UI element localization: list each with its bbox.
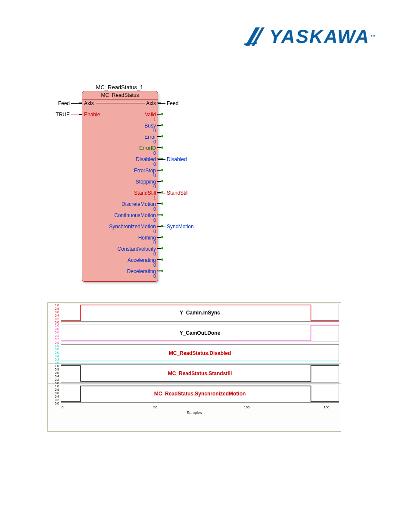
fb-row-homing: Homing0 [82, 234, 158, 245]
ext-text: SyncMotion [167, 224, 194, 230]
fb-ext-synchronizedmotion: SyncMotion [158, 224, 194, 230]
scope-xaxis: 0 50 100 150 Samples [48, 404, 341, 416]
yaskawa-logo-icon [244, 26, 265, 47]
fb-output-label: ContinuousMotion [114, 212, 156, 218]
fb-row-decelerating: Decelerating0 [82, 268, 158, 279]
pin-icon [157, 181, 161, 182]
trademark-symbol: ™ [371, 34, 377, 40]
page: YASKAWA ™ MC_ReadStatus_1 MC_ReadStatus … [0, 0, 411, 532]
fb-input-axis-label: Axis [84, 100, 94, 106]
ytick: 0.8 [55, 348, 59, 351]
fb-ext-feed-right: Feed [158, 100, 178, 106]
ytick: 1.0 [55, 344, 59, 347]
fb-row-error: Error0 [82, 133, 158, 144]
axis-inner-line [96, 103, 145, 103]
true-text: TRUE [56, 112, 70, 118]
fb-output-axis-label: Axis [146, 100, 156, 106]
ytick: 0.6 [55, 331, 59, 334]
ytick: 0.6 [55, 311, 59, 314]
fb-output-value: 0 [153, 274, 156, 279]
scope-yaxis: 1.00.80.60.40.20.0 [48, 364, 60, 383]
ytick: 0.2 [55, 317, 59, 320]
fb-output-value: 0 [153, 184, 156, 189]
xtick: 100 [244, 405, 249, 409]
pin-icon [157, 271, 161, 271]
xtick: 0 [62, 405, 63, 409]
fb-row-errorstop: ErrorStop0 [82, 167, 158, 178]
ytick: 0.4 [55, 314, 59, 317]
ytick: 0.2 [55, 378, 59, 381]
pin-icon [157, 248, 161, 249]
ytick: 0.8 [55, 327, 59, 330]
fb-row-stopping: Stopping0 [82, 178, 158, 189]
scope-trace-3: 1.00.80.60.40.20.0MC_ReadStatus.Standsti… [48, 364, 341, 384]
scope-xlabel: Samples [187, 411, 202, 415]
fb-output-value: 0 [153, 128, 156, 133]
pin-icon [157, 215, 161, 215]
fb-output-value: 0 [153, 162, 156, 167]
fb-ext-feed-left: Feed [58, 100, 82, 106]
scope-trace-1: 1.00.80.60.40.20.0Y_CamOut.Done [48, 323, 341, 343]
fb-output-label: StandStill [134, 190, 156, 196]
scope-trace-2: 1.00.80.60.40.20.0MC_ReadStatus.Disabled [48, 343, 341, 364]
fb-row-accelerating: Accelerating0 [82, 256, 158, 268]
pin-icon [157, 147, 161, 148]
fb-block: MC_ReadStatus Axis Axis Feed Feed Enable [82, 91, 158, 282]
ytick: 0.4 [55, 355, 59, 358]
ytick: 1.0 [55, 385, 59, 388]
fb-ext-true: TRUE [56, 112, 82, 118]
fb-row-constantvelocity: ConstantVelocity0 [82, 245, 158, 256]
fb-output-label: DiscreteMotion [121, 201, 156, 207]
ext-text: Disabled [167, 156, 187, 162]
scope-trace-0: 1.00.80.60.40.20.0Y_CamIn.InSync [48, 303, 341, 323]
fb-output-value: 0 [153, 251, 156, 256]
scope-trace-4: 1.00.80.60.40.20.0MC_ReadStatus.Synchron… [48, 384, 341, 404]
fb-row-axis: Axis Axis Feed Feed [82, 100, 158, 111]
fb-output-valid-value: 1 [153, 117, 156, 122]
xtick: 50 [153, 405, 157, 409]
fb-output-value: 0 [153, 240, 156, 245]
feed-right-text: Feed [167, 100, 178, 106]
fb-output-value: 0 [153, 173, 156, 178]
fb-output-label: ConstantVelocity [118, 246, 156, 252]
scope-plot: MC_ReadStatus.SynchronizedMotion [61, 385, 339, 403]
scope-trace-title: Y_CamOut.Done [180, 330, 221, 336]
feed-left-text: Feed [58, 100, 70, 106]
ytick: 0.4 [55, 395, 59, 398]
scope-trace-title: MC_ReadStatus.SynchronizedMotion [154, 391, 246, 397]
fb-row-standstill: StandStill1StandStill [82, 189, 158, 200]
function-block-diagram: MC_ReadStatus_1 MC_ReadStatus Axis Axis … [56, 84, 185, 282]
pin-icon [157, 136, 161, 137]
scope-trace-title: MC_ReadStatus.Disabled [169, 350, 231, 356]
pin-icon [157, 259, 161, 260]
pin-icon [157, 125, 161, 126]
fb-output-label: SynchronizedMotion [109, 224, 156, 230]
ytick: 0.8 [55, 388, 59, 391]
fb-type-name: MC_ReadStatus [82, 91, 158, 100]
scope-plot: MC_ReadStatus.Standstill [61, 364, 339, 383]
ytick: 1.0 [55, 364, 59, 367]
scope-trace-title: MC_ReadStatus.Standstill [168, 370, 232, 376]
xtick: 150 [324, 405, 329, 409]
fb-output-label: ErrorStop [134, 168, 156, 174]
ytick: 1.0 [55, 324, 59, 327]
ytick: 0.4 [55, 375, 59, 378]
fb-row-synchronizedmotion: SynchronizedMotion0SyncMotion [82, 223, 158, 234]
scope-plot: MC_ReadStatus.Disabled [61, 344, 339, 362]
scope-panel: 1.00.80.60.40.20.0Y_CamIn.InSync1.00.80.… [47, 302, 341, 432]
fb-row-continuousmotion: ContinuousMotion0 [82, 212, 158, 223]
pin-icon [157, 170, 161, 171]
scope-trace-title: Y_CamIn.InSync [180, 310, 220, 316]
fb-ext-disabled: Disabled [158, 156, 187, 162]
ytick: 0.2 [55, 338, 59, 341]
ytick: 1.0 [55, 304, 59, 307]
ext-text: StandStill [167, 190, 189, 196]
fb-input-enable-label: Enable [84, 112, 100, 118]
scope-yaxis: 1.00.80.60.40.20.0 [48, 303, 60, 323]
fb-row-discretemotion: DiscreteMotion0 [82, 200, 158, 212]
ytick: 0.2 [55, 358, 59, 361]
scope-yaxis: 1.00.80.60.40.20.0 [48, 343, 60, 363]
scope-plot: Y_CamOut.Done [61, 324, 339, 342]
ytick: 0.4 [55, 334, 59, 337]
ytick: 0.8 [55, 307, 59, 310]
